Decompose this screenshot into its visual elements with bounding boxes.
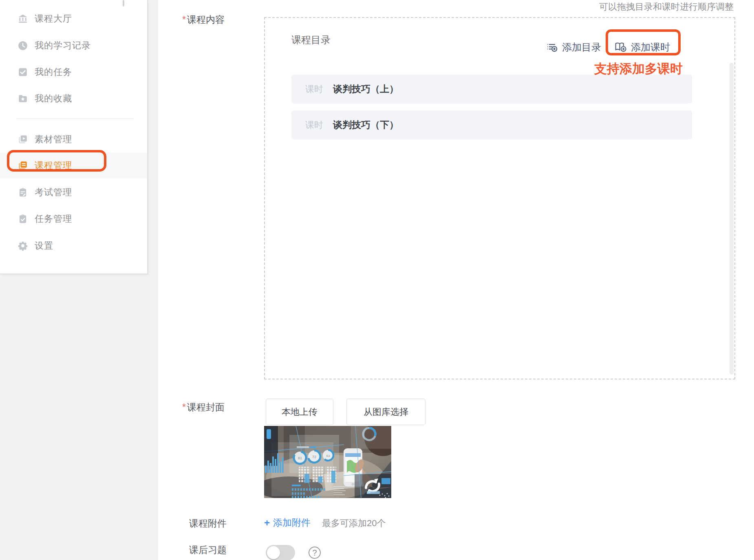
svg-text:72: 72 [312, 455, 316, 459]
bank-icon [18, 13, 28, 24]
add-catalog-button[interactable]: 添加目录 [546, 40, 601, 55]
lesson-title: 谈判技巧（上） [333, 83, 399, 95]
catalog-item-lesson-2[interactable]: 课时 谈判技巧（下） [291, 110, 692, 139]
catalog-title: 课程目录 [291, 33, 331, 46]
sidebar-item-course-hall[interactable]: 课程大厅 [0, 6, 147, 31]
choose-gallery-button[interactable]: 从图库选择 [346, 399, 426, 425]
course-content-label: *课程内容 [182, 13, 225, 26]
media-copy-icon [18, 134, 28, 145]
exercise-toggle[interactable] [266, 545, 295, 560]
lesson-tag: 课时 [305, 119, 323, 131]
add-attachment-link[interactable]: + 添加附件 [264, 516, 311, 529]
sidebar-item-learning-records[interactable]: 我的学习记录 [0, 33, 147, 58]
toggle-knob [267, 546, 280, 559]
sidebar-item-settings[interactable]: 设置 [0, 233, 147, 258]
star-folder-icon [18, 93, 28, 104]
attachment-label: 课程附件 [189, 517, 227, 530]
course-book-icon [18, 160, 28, 171]
course-cover-image: 81 72 63 [264, 426, 391, 498]
sidebar-item-favorites[interactable]: 我的收藏 [0, 86, 147, 111]
svg-text:63: 63 [326, 454, 330, 458]
sidebar-item-exam-management[interactable]: 考试管理 [0, 180, 147, 205]
sidebar-item-my-tasks[interactable]: 我的任务 [0, 60, 147, 85]
catalog-item-lesson-1[interactable]: 课时 谈判技巧（上） [291, 75, 692, 104]
sidebar-item-course-management[interactable]: 课程管理 [0, 153, 147, 178]
sidebar-divider [16, 118, 134, 119]
content-scrollbar[interactable] [730, 63, 734, 375]
add-lesson-button[interactable]: 添加课时 [614, 40, 670, 55]
gear-icon [18, 240, 28, 251]
svg-text:81: 81 [298, 456, 302, 460]
clock-icon [18, 40, 28, 51]
add-lesson-icon [614, 41, 627, 53]
required-asterisk: * [182, 14, 186, 25]
attachment-limit-note: 最多可添加20个 [322, 517, 386, 529]
sidebar: 课程大厅 我的学习记录 我的任务 我的收藏 [0, 0, 148, 274]
help-icon[interactable]: ? [309, 547, 321, 559]
sidebar-item-task-management[interactable]: 任务管理 [0, 206, 147, 231]
task-check-icon [18, 67, 28, 77]
sidebar-scrollbar[interactable] [123, 0, 124, 7]
required-asterisk: * [182, 402, 186, 412]
exam-clipboard-icon [18, 187, 28, 198]
todo-clipboard-icon [18, 214, 28, 224]
exercise-label: 课后习题 [189, 544, 227, 556]
lesson-tag: 课时 [305, 83, 323, 95]
upload-local-button[interactable]: 本地上传 [266, 399, 333, 425]
drag-hint-text: 可以拖拽目录和课时进行顺序调整 [599, 1, 734, 13]
lesson-title: 谈判技巧（下） [333, 119, 399, 131]
sidebar-item-material-management[interactable]: 素材管理 [0, 127, 147, 152]
course-cover-label: *课程封面 [182, 401, 225, 414]
annotation-note: 支持添加多课时 [594, 60, 683, 77]
page-canvas: 可以拖拽目录和课时进行顺序调整 *课程内容 课程目录 添加目录 [0, 0, 754, 560]
add-catalog-icon [546, 41, 558, 53]
plus-icon: + [264, 517, 270, 529]
